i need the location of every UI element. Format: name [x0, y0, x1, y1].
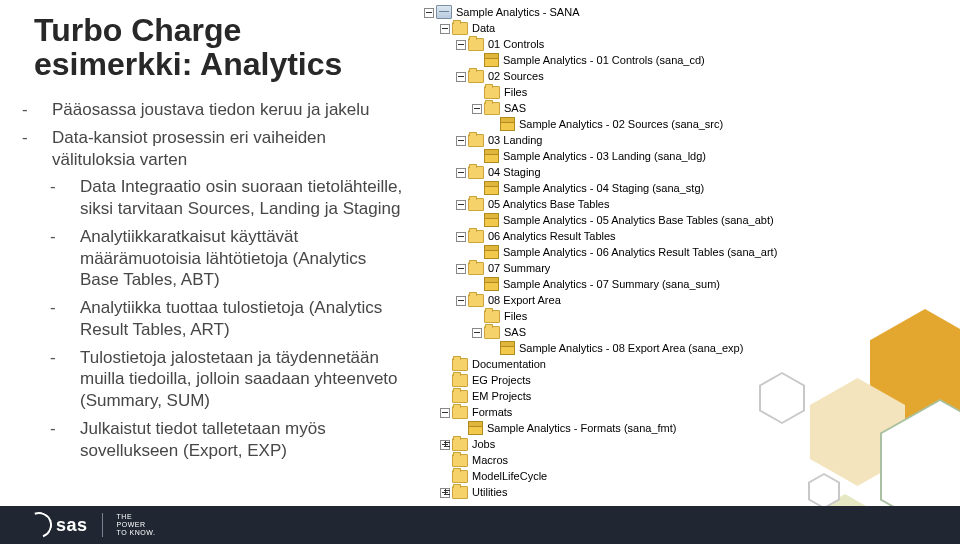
tree-node[interactable]: 01 Controls	[420, 36, 950, 52]
tree-node-library[interactable]: Sample Analytics - 01 Controls (sana_cd)	[420, 52, 950, 68]
title-line-2: esimerkki: Analytics	[34, 46, 342, 82]
package-icon	[484, 53, 499, 67]
tree-node-library[interactable]: Sample Analytics - Formats (sana_fmt)	[420, 420, 950, 436]
tree-node[interactable]: SAS	[420, 100, 950, 116]
folder-icon	[452, 454, 468, 467]
tree-node[interactable]: ModelLifeCycle	[420, 468, 950, 484]
tree-node-library[interactable]: Sample Analytics - 08 Export Area (sana_…	[420, 340, 950, 356]
folder-icon	[452, 470, 468, 483]
tree-node[interactable]: 06 Analytics Result Tables	[420, 228, 950, 244]
tree-label: Sample Analytics - 07 Summary (sana_sum)	[503, 276, 720, 292]
collapse-icon[interactable]	[452, 196, 468, 212]
sas-logo: sas	[26, 512, 88, 538]
tree-node[interactable]: 05 Analytics Base Tables	[420, 196, 950, 212]
tree-node[interactable]: Utilities	[420, 484, 950, 500]
tree-node[interactable]: 04 Staging	[420, 164, 950, 180]
folder-icon	[468, 70, 484, 83]
collapse-icon[interactable]	[452, 68, 468, 84]
tree-node[interactable]: 03 Landing	[420, 132, 950, 148]
tree-node[interactable]: Formats	[420, 404, 950, 420]
tree-node[interactable]: Macros	[420, 452, 950, 468]
collapse-icon[interactable]	[452, 228, 468, 244]
tree-node-library[interactable]: Sample Analytics - 02 Sources (sana_src)	[420, 116, 950, 132]
tree-node-data[interactable]: Data	[420, 20, 950, 36]
collapse-icon[interactable]	[420, 4, 436, 20]
expand-icon[interactable]	[436, 436, 452, 452]
bullet: Data-kansiot prosessin eri vaiheiden väl…	[34, 127, 404, 171]
package-icon	[468, 421, 483, 435]
tree-node[interactable]: EG Projects	[420, 372, 950, 388]
package-icon	[500, 341, 515, 355]
tree-label: Files	[504, 308, 527, 324]
bullet: Pääosassa joustava tiedon keruu ja jakel…	[34, 99, 404, 121]
tree-label: EM Projects	[472, 388, 531, 404]
tree-label: Sample Analytics - SANA	[456, 4, 580, 20]
folder-icon	[452, 374, 468, 387]
tree-node[interactable]: Documentation	[420, 356, 950, 372]
collapse-icon[interactable]	[452, 260, 468, 276]
tree-label: 01 Controls	[488, 36, 544, 52]
collapse-icon[interactable]	[468, 100, 484, 116]
tree-label: Sample Analytics - 08 Export Area (sana_…	[519, 340, 743, 356]
collapse-icon[interactable]	[436, 404, 452, 420]
tree-node[interactable]: Files	[420, 308, 950, 324]
tree-node[interactable]: 02 Sources	[420, 68, 950, 84]
tree-label: Sample Analytics - 05 Analytics Base Tab…	[503, 212, 774, 228]
tree-label: Files	[504, 84, 527, 100]
folder-icon	[484, 102, 500, 115]
brand-tagline: THE POWER TO KNOW.	[102, 513, 156, 537]
tree-label: EG Projects	[472, 372, 531, 388]
tag-line: POWER	[117, 521, 156, 529]
title-line-1: Turbo Charge	[34, 12, 241, 48]
tree-label: Sample Analytics - 01 Controls (sana_cd)	[503, 52, 705, 68]
sub-bullet: Data Integraatio osin suoraan tietolähte…	[34, 176, 404, 220]
tree-label: Sample Analytics - 06 Analytics Result T…	[503, 244, 777, 260]
collapse-icon[interactable]	[452, 164, 468, 180]
tree-node[interactable]: Files	[420, 84, 950, 100]
tree-label: SAS	[504, 324, 526, 340]
footer-bar: sas THE POWER TO KNOW.	[0, 506, 960, 544]
folder-icon	[468, 166, 484, 179]
tree-node[interactable]: SAS	[420, 324, 950, 340]
tree-node-library[interactable]: Sample Analytics - 04 Staging (sana_stg)	[420, 180, 950, 196]
tree-label: Documentation	[472, 356, 546, 372]
tree-node-library[interactable]: Sample Analytics - 07 Summary (sana_sum)	[420, 276, 950, 292]
collapse-icon[interactable]	[452, 36, 468, 52]
bullet-list: Pääosassa joustava tiedon keruu ja jakel…	[34, 99, 404, 461]
tree-label: Sample Analytics - 02 Sources (sana_src)	[519, 116, 723, 132]
sas-swoosh-icon	[22, 508, 57, 543]
tree-label: Jobs	[472, 436, 495, 452]
tree-label: Sample Analytics - Formats (sana_fmt)	[487, 420, 677, 436]
tree-node[interactable]: 08 Export Area	[420, 292, 950, 308]
folder-icon	[468, 134, 484, 147]
tree-label: Formats	[472, 404, 512, 420]
tree-label: 05 Analytics Base Tables	[488, 196, 609, 212]
tree-node-library[interactable]: Sample Analytics - 06 Analytics Result T…	[420, 244, 950, 260]
folder-icon	[484, 86, 500, 99]
tree-node[interactable]: Jobs	[420, 436, 950, 452]
expand-icon[interactable]	[436, 484, 452, 500]
tree-label: 06 Analytics Result Tables	[488, 228, 616, 244]
tree-label: Macros	[472, 452, 508, 468]
tree-label: 07 Summary	[488, 260, 550, 276]
tag-line: THE	[117, 513, 156, 521]
tree-label: Data	[472, 20, 495, 36]
sub-bullet: Analytiikkaratkaisut käyttävät määrämuot…	[34, 226, 404, 291]
folder-icon	[484, 326, 500, 339]
collapse-icon[interactable]	[452, 292, 468, 308]
collapse-icon[interactable]	[468, 324, 484, 340]
collapse-icon[interactable]	[452, 132, 468, 148]
tree-node[interactable]: 07 Summary	[420, 260, 950, 276]
server-icon	[436, 5, 452, 19]
folder-icon	[452, 406, 468, 419]
collapse-icon[interactable]	[436, 20, 452, 36]
tree-node-library[interactable]: Sample Analytics - 05 Analytics Base Tab…	[420, 212, 950, 228]
tree-label: 04 Staging	[488, 164, 541, 180]
tree-node[interactable]: EM Projects	[420, 388, 950, 404]
tree-node-root[interactable]: Sample Analytics - SANA	[420, 4, 950, 20]
folder-icon	[452, 22, 468, 35]
tree-node-library[interactable]: Sample Analytics - 03 Landing (sana_ldg)	[420, 148, 950, 164]
slide-title: Turbo Charge esimerkki: Analytics	[34, 14, 404, 81]
folder-icon	[452, 438, 468, 451]
tree-label: 08 Export Area	[488, 292, 561, 308]
